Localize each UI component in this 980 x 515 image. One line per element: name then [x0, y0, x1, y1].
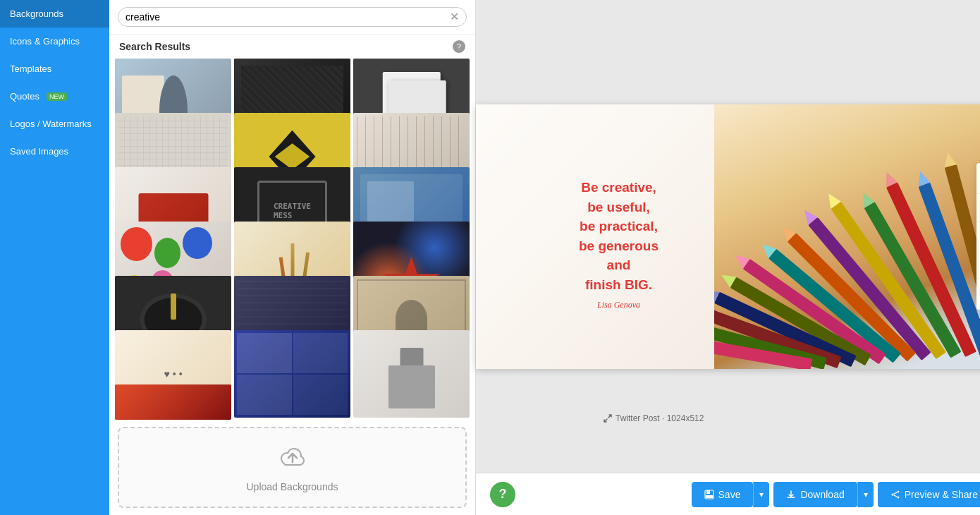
save-label: Save	[718, 489, 741, 500]
sidebar: Backgrounds Icons & Graphics Templates Q…	[0, 0, 109, 515]
clear-icon[interactable]: ✕	[450, 11, 459, 23]
canvas-size-label: Twitter Post · 1024x512	[603, 413, 704, 423]
canvas-container: Be creative, be useful, be practical, be…	[476, 0, 980, 473]
save-button[interactable]: Save	[692, 482, 754, 507]
results-label: Search Results	[119, 41, 190, 52]
canvas-size-text: Twitter Post · 1024x512	[615, 413, 704, 423]
sidebar-item-templates[interactable]: Templates	[0, 55, 109, 83]
right-toolbar: Aа	[976, 163, 980, 310]
sidebar-item-label: Quotes	[10, 91, 39, 102]
sidebar-item-label: Saved Images	[10, 146, 68, 157]
share-button-group: Preview & Share	[878, 482, 980, 507]
sidebar-item-logos-watermarks[interactable]: Logos / Watermarks	[0, 110, 109, 138]
main-area: Be creative, be useful, be practical, be…	[476, 0, 980, 515]
grid-toolbar-btn[interactable]	[976, 250, 980, 279]
quote-line3: be practical,	[527, 217, 711, 236]
sidebar-item-icons-graphics[interactable]: Icons & Graphics	[0, 28, 109, 55]
share-button[interactable]: Preview & Share	[878, 482, 980, 507]
svg-point-38	[891, 493, 893, 495]
share-label: Preview & Share	[905, 489, 978, 500]
list-item[interactable]	[234, 330, 350, 418]
save-button-group: Save ▾	[692, 482, 770, 507]
share-icon	[890, 490, 900, 499]
quote-text: Be creative, be useful, be practical, be…	[527, 178, 711, 294]
sidebar-item-label: Logos / Watermarks	[10, 119, 92, 129]
action-buttons: Save ▾ Download ▾	[692, 482, 980, 507]
svg-rect-36	[706, 495, 713, 498]
list-item[interactable]	[353, 330, 470, 418]
quote-line2: be useful,	[527, 198, 711, 217]
sidebar-item-quotes[interactable]: Quotes NEW	[0, 83, 109, 110]
quote-line5: and	[527, 256, 711, 276]
quote-line1: Be creative,	[527, 178, 711, 198]
quote-author: Lisa Genova	[597, 300, 640, 310]
search-area: ✕	[109, 0, 475, 35]
search-box: ✕	[118, 7, 467, 27]
results-header: Search Results ?	[109, 35, 475, 59]
upload-backgrounds-area[interactable]: Upload Backgrounds	[118, 427, 467, 508]
svg-rect-35	[706, 490, 710, 494]
download-arrow-button[interactable]: ▾	[857, 482, 874, 507]
expand-toolbar-btn[interactable]	[976, 222, 980, 250]
canvas[interactable]: Be creative, be useful, be practical, be…	[476, 104, 980, 369]
sidebar-item-label: Icons & Graphics	[10, 36, 80, 47]
download-label: Download	[800, 489, 844, 500]
svg-point-37	[897, 490, 899, 492]
upload-icon	[278, 442, 307, 475]
resize-icon	[603, 413, 613, 423]
quote-line4: be generous	[527, 236, 711, 256]
svg-point-39	[897, 496, 899, 498]
sidebar-item-saved-images[interactable]: Saved Images	[0, 138, 109, 165]
sidebar-item-label: Backgrounds	[10, 8, 63, 19]
left-panel: ✕ Search Results ?	[109, 0, 476, 515]
quote-line6: finish BIG.	[527, 275, 711, 295]
help-button[interactable]: ?	[490, 482, 515, 507]
save-arrow-button[interactable]: ▾	[753, 482, 769, 507]
new-badge: NEW	[47, 92, 67, 101]
list-item[interactable]	[115, 384, 231, 420]
download-button[interactable]: Download	[773, 482, 857, 507]
image-grid: CREATIVEMESS	[109, 59, 475, 420]
font-toolbar-btn[interactable]: Aа	[976, 194, 980, 222]
file-toolbar-btn[interactable]	[976, 166, 980, 194]
upload-label: Upload Backgrounds	[247, 481, 338, 492]
search-input[interactable]	[125, 11, 450, 23]
download-button-group: Download ▾	[773, 482, 873, 507]
bottom-bar: ? Save ▾	[476, 473, 980, 515]
download-icon	[786, 490, 796, 499]
sidebar-item-label: Templates	[10, 63, 51, 74]
save-icon	[704, 490, 714, 499]
results-help-icon[interactable]: ?	[453, 40, 465, 53]
trash-toolbar-btn[interactable]	[976, 279, 980, 307]
sidebar-item-backgrounds[interactable]: Backgrounds	[0, 0, 109, 28]
